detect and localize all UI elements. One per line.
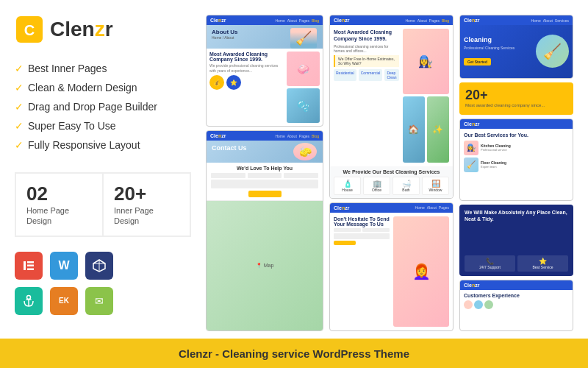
tag-1: Residential (334, 69, 356, 81)
main-container: C Clenzr ✓ Best Inner Pages ✓ Clean & Mo… (0, 0, 588, 368)
logo-icon: C (15, 15, 44, 44)
col2-screenshots: Clenzr Home About Pages Blog (329, 15, 453, 331)
form-submit-btn (248, 191, 282, 197)
blue-text-1: 24/7 Support (467, 265, 513, 269)
about-company-title: Most Awarded Cleaning Company Since 1999… (209, 52, 284, 62)
col1-screenshots: Clenzr Home About Pages Blog About Us (206, 15, 323, 331)
mailchimp-icon: ✉ (85, 287, 113, 315)
hero-screenshot: Clenzr HomeAboutServices Cleaning Profes… (459, 15, 573, 79)
check-icon-1: ✓ (15, 63, 24, 74)
hero-cta-btn: Get Started (464, 58, 491, 66)
contact-form-row1 (211, 173, 318, 178)
services-content: Most Awarded Cleaning Company Since 1999… (330, 25, 453, 198)
blue-section-features: 📞 24/7 Support ⭐ Best Service (465, 255, 568, 272)
feature-item-1: ✓ Best Inner Pages (15, 59, 191, 78)
about-icon-1: 💰 (209, 75, 224, 90)
services-browser-bar: Clenzr Home About Pages Blog (330, 15, 453, 25)
about-content: About Us Home / About 🧹 Most Awarded Cle… (207, 25, 323, 126)
clean-card-2: 🏢 Office (363, 177, 390, 195)
services-nav-links: Home About Pages Blog (405, 18, 449, 23)
clean-icon-2: 🏢 (366, 180, 387, 188)
about-body-text: We provide professional cleaning service… (209, 63, 284, 73)
services-subtitle: We Offer Free In-Home Estimates, So Why … (334, 55, 399, 67)
best-services-content: Our Best Services for You. 👩‍🔧 Kitchen C… (460, 129, 573, 200)
service-img-row: 🏠 ✨ (403, 96, 450, 162)
blue-icon-1: 📞 (467, 258, 513, 265)
hero-browser-bar: Clenzr HomeAboutServices (460, 15, 573, 25)
check-icon-3: ✓ (15, 101, 24, 113)
services-browser-logo: Clenzr (334, 18, 349, 23)
about-page-screenshot: Clenzr Home About Pages Blog About Us (206, 15, 323, 127)
company-desc: Professional cleaning services for homes… (334, 44, 399, 53)
clean-icon-4: 🪟 (425, 180, 446, 188)
footer-bar: Clenzr - Cleaning service WordPress Them… (0, 339, 588, 368)
contact-msg-img: 👩‍🦰 (393, 216, 449, 327)
svg-rect-4 (27, 264, 34, 266)
best-service-2: 🧹 Floor CleaningExpert team (464, 158, 569, 172)
clean-card-1: 🧴 House (334, 177, 361, 195)
contact-content: Contact Us 🧽 We'd Love To Help You (207, 141, 323, 330)
clean-icon-1: 🧴 (337, 180, 358, 188)
hero-nav-links: HomeAboutServices (531, 18, 569, 23)
logo-text: Clenzr (50, 18, 113, 41)
cleaning-section: We Provide Our Best Cleaning Services 🧴 … (330, 166, 453, 198)
box-icon (85, 252, 113, 280)
svg-rect-3 (27, 261, 34, 263)
company-title: Most Awarded Cleaning Company Since 1999… (334, 29, 399, 42)
stat-inner-number: 20+ (114, 183, 179, 205)
about-img-stack: 🧼 🫧 (287, 52, 320, 123)
form-field-message (211, 180, 318, 188)
contact-msg-bar: Clenzr HomeAboutPages (330, 203, 453, 213)
best-services-screenshot: Clenzr Our Best Services for You. 👩‍🔧 Ki… (459, 118, 573, 201)
screenshots-grid: Clenzr Home About Pages Blog About Us (206, 15, 573, 331)
contact-msg-submit (334, 241, 356, 245)
svg-text:C: C (24, 22, 35, 38)
contact-msg-screenshot: Clenzr HomeAboutPages Don't Hesitate To … (329, 202, 453, 331)
svg-point-9 (27, 295, 31, 299)
about-icon-2: ⭐ (226, 75, 241, 90)
service-img-2: 🏠 (403, 96, 425, 162)
yellow-stat-box: 20+ Most awarded cleaning company since.… (459, 82, 573, 115)
form-field-email (248, 173, 282, 178)
customer-avatars (464, 300, 569, 309)
service-img-3: ✨ (427, 96, 449, 162)
best-services-title: Our Best Services for You. (464, 132, 569, 138)
check-icon-2: ✓ (15, 82, 24, 93)
hero-person-img: 🧹 (536, 35, 569, 68)
avatar-3 (484, 300, 493, 309)
col3-screenshots: Clenzr HomeAboutServices Cleaning Profes… (459, 15, 573, 331)
stats-row: 02 Home PageDesign 20+ Inner PageDesign (15, 172, 191, 237)
service-img-1: 👩‍🔧 (403, 29, 450, 94)
icon-row-1: W (15, 252, 191, 280)
left-panel: C Clenzr ✓ Best Inner Pages ✓ Clean & Mo… (15, 15, 191, 331)
feature-item-2: ✓ Clean & Modern Design (15, 78, 191, 97)
best-service-text-1: Kitchen CleaningProfessional service (481, 144, 569, 152)
customers-title: Customers Experience (464, 293, 569, 298)
screenshots-area: Clenzr Home About Pages Blog About Us (206, 15, 573, 331)
blue-text-2: Best Service (520, 265, 566, 269)
map-label: 📍 Map (256, 263, 274, 269)
hero-text: Cleaning Professional Cleaning Services … (464, 36, 532, 66)
about-browser-bar: Clenzr Home About Pages Blog (207, 15, 323, 25)
contact-browser-bar: Clenzr Home About Pages Blog (207, 131, 323, 141)
cleaning-title: We Provide Our Best Cleaning Services (334, 169, 449, 174)
stat-home-pages: 02 Home PageDesign (16, 174, 104, 236)
services-page-screenshot: Clenzr Home About Pages Blog (329, 15, 453, 199)
wordpress-icon: W (50, 252, 78, 280)
contact-msg-nav: HomeAboutPages (415, 205, 449, 210)
contact-msg-fields (334, 228, 390, 232)
avatar-1 (464, 300, 473, 309)
customers-bar: Clenzr (460, 280, 573, 290)
blue-feature-1: 📞 24/7 Support (465, 255, 515, 272)
contact-form-section: We'd Love To Help You (207, 163, 323, 201)
about-text-block: Most Awarded Cleaning Company Since 1999… (209, 52, 284, 123)
yellow-stat-label: Most awarded cleaning company since... (465, 103, 567, 109)
customers-logo: Clenzr (464, 283, 479, 288)
contact-msg-field-msg (334, 233, 390, 239)
about-hero-img: 🧹 (290, 28, 317, 49)
hero-subtitle: Professional Cleaning Services (464, 46, 532, 50)
cleaning-cards: 🧴 House 🏢 Office 🛁 Ba (334, 177, 449, 195)
features-list: ✓ Best Inner Pages ✓ Clean & Modern Desi… (15, 59, 191, 155)
contact-msg-content: Don't Hesitate To Send Your Message To U… (330, 213, 453, 330)
hero-browser-logo: Clenzr (464, 18, 479, 23)
